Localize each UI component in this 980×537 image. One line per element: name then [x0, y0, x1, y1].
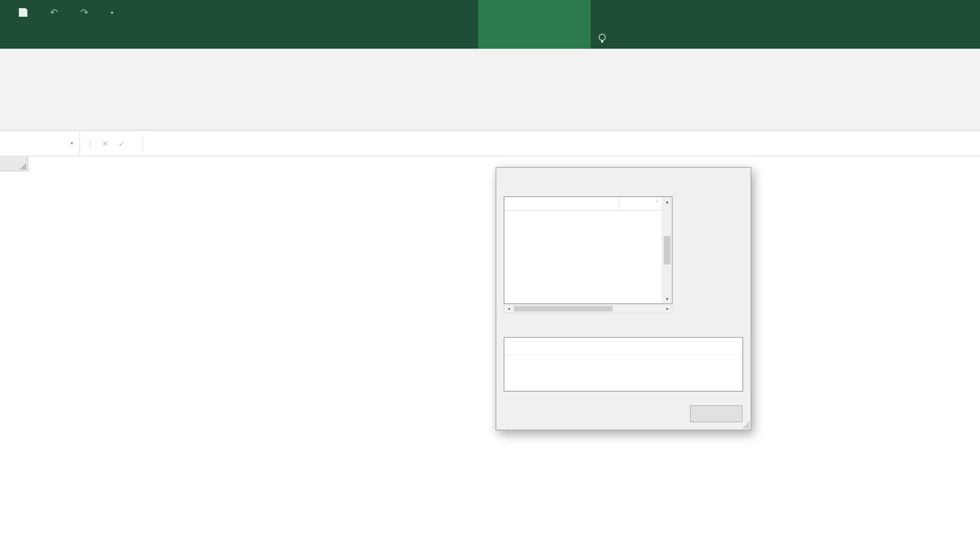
undo-icon[interactable]: ↶ [50, 7, 58, 18]
connection-list: ˆ ▲ ▼ [504, 196, 672, 304]
title-bar: ↶ ↷ ▾ [0, 0, 980, 49]
cancel-icon[interactable]: ✕ [102, 139, 108, 148]
dialog-close-button[interactable] [690, 405, 742, 422]
horizontal-scrollbar[interactable]: ◂ ▸ [504, 304, 672, 313]
ribbon-tabs [0, 25, 2, 49]
lightbulb-icon [599, 33, 606, 40]
save-icon[interactable] [19, 8, 28, 17]
enter-icon[interactable]: ✓ [118, 139, 125, 148]
excel-window: ↶ ↷ ▾ ▾ ⋮ ✕ ✓ [0, 0, 980, 537]
locations-box[interactable] [504, 337, 743, 392]
column-header-description[interactable] [619, 197, 623, 210]
vertical-scrollbar[interactable]: ▲ ▼ [662, 197, 672, 303]
resize-grip-icon[interactable] [742, 421, 749, 428]
formula-bar: ▾ ⋮ ✕ ✓ [0, 131, 980, 156]
sheet-content [0, 156, 980, 537]
dialog-close-x-icon[interactable] [722, 167, 745, 189]
scroll-up-icon[interactable]: ▲ [662, 199, 672, 204]
connection-list-items [504, 211, 662, 303]
divider [142, 136, 143, 151]
qat-customize-caret-icon[interactable]: ▾ [111, 10, 113, 15]
name-box[interactable]: ▾ [0, 131, 80, 155]
document-title [835, 0, 979, 25]
select-all-corner[interactable] [0, 156, 28, 171]
name-box-caret-icon[interactable]: ▾ [71, 140, 73, 146]
contextual-tools-header [478, 0, 591, 49]
column-header-name[interactable] [504, 197, 619, 210]
scrollbar-thumb[interactable] [664, 236, 671, 265]
tell-me-box[interactable] [599, 25, 611, 49]
scrollbar-thumb[interactable] [514, 306, 612, 311]
ribbon-groups [0, 49, 980, 130]
sort-indicator-icon: ˆ [656, 200, 658, 206]
dialog-help-icon[interactable] [691, 167, 712, 189]
spreadsheet[interactable] [0, 156, 980, 537]
redo-icon[interactable]: ↷ [80, 7, 88, 18]
quick-access-toolbar: ↶ ↷ ▾ [19, 0, 113, 25]
divider [504, 355, 742, 356]
ribbon [0, 49, 980, 131]
scroll-left-icon[interactable]: ◂ [504, 305, 513, 313]
scroll-right-icon[interactable]: ▸ [663, 305, 672, 313]
connection-list-header: ˆ [504, 197, 662, 211]
formula-bar-handle-icon[interactable]: ⋮ [86, 139, 94, 148]
scroll-down-icon[interactable]: ▼ [662, 296, 672, 301]
workbook-connections-dialog: ˆ ▲ ▼ ◂ ▸ [495, 167, 751, 431]
